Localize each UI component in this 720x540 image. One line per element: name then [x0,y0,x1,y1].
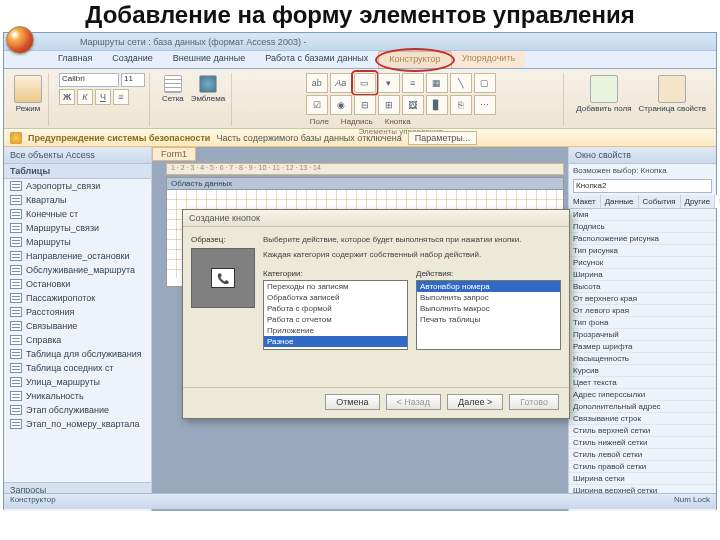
action-option[interactable]: Выполнить макрос [417,303,560,314]
font-size-combo[interactable]: 11 [121,73,145,87]
textbox-control-icon[interactable]: ab [306,73,328,93]
nav-table-item[interactable]: Кварталы [4,193,151,207]
property-row[interactable]: Тип фона [569,317,716,329]
wizard-next-button[interactable]: Далее > [447,394,503,410]
combo-control-icon[interactable]: ▾ [378,73,400,93]
tab-control-icon[interactable]: ⊞ [378,95,400,115]
property-row[interactable]: Связывание строк [569,413,716,425]
tab-design[interactable]: Конструктор [378,51,451,68]
security-options-button[interactable]: Параметры... [408,131,477,145]
wizard-finish-button[interactable]: Готово [509,394,559,410]
list-control-icon[interactable]: ≡ [402,73,424,93]
wizard-back-button[interactable]: < Назад [386,394,442,410]
property-object-selector[interactable]: Кнопка2 [573,179,712,193]
option-control-icon[interactable]: ◉ [330,95,352,115]
property-row[interactable]: Подпись [569,221,716,233]
nav-table-item[interactable]: Маршруты [4,235,151,249]
nav-header[interactable]: Все объекты Access [4,147,151,164]
prop-tab-format[interactable]: Макет [569,195,601,208]
rect-control-icon[interactable]: ▢ [474,73,496,93]
line-control-icon[interactable]: ╲ [450,73,472,93]
nav-table-item[interactable]: Этап обслуживание [4,403,151,417]
property-row[interactable]: Высота [569,281,716,293]
font-name-combo[interactable]: Calibri [59,73,119,87]
property-row[interactable]: Стиль верхней сетки [569,425,716,437]
logo-button[interactable]: Эмблема [189,73,227,105]
tab-home[interactable]: Главная [48,51,102,68]
tab-create[interactable]: Создание [102,51,163,68]
nav-group-tables[interactable]: Таблицы [4,164,151,179]
property-row[interactable]: Рисунок [569,257,716,269]
nav-table-item[interactable]: Маршруты_связи [4,221,151,235]
property-row[interactable]: Расположение рисунка [569,233,716,245]
italic-button[interactable]: К [77,89,93,105]
actions-listbox[interactable]: Автонабор номераВыполнить запросВыполнит… [416,280,561,350]
prop-tab-all[interactable]: Все [715,195,720,208]
image-control-icon[interactable]: 🖼 [402,95,424,115]
nav-table-item[interactable]: Обслуживание_маршрута [4,263,151,277]
action-option[interactable]: Автонабор номера [417,281,560,292]
category-option[interactable]: Работа с отчетом [264,314,407,325]
check-control-icon[interactable]: ☑ [306,95,328,115]
nav-table-item[interactable]: Справка [4,333,151,347]
chart-control-icon[interactable]: ▊ [426,95,448,115]
link-control-icon[interactable]: ⎘ [450,95,472,115]
tab-arrange[interactable]: Упорядочить [452,51,526,68]
nav-table-item[interactable]: Направление_остановки [4,249,151,263]
view-button[interactable]: Режим [12,73,44,115]
nav-table-item[interactable]: Уникальность [4,389,151,403]
property-row[interactable]: От левого края [569,305,716,317]
property-row[interactable]: Размер шрифта [569,341,716,353]
property-row[interactable]: Стиль левой сетки [569,449,716,461]
category-option[interactable]: Переходы по записям [264,281,407,292]
nav-table-item[interactable]: Этап_по_номеру_квартала [4,417,151,431]
bold-button[interactable]: Ж [59,89,75,105]
property-row[interactable]: Ширина сетки [569,473,716,485]
property-row[interactable]: Стиль правой сетки [569,461,716,473]
property-row[interactable]: Тип рисунка [569,245,716,257]
property-row[interactable]: Курсив [569,365,716,377]
property-row[interactable]: Цвет текста [569,377,716,389]
add-fields-button[interactable]: Добавить поля [574,73,633,115]
property-row[interactable]: Ширина [569,269,716,281]
more-controls-icon[interactable]: ⋯ [474,95,496,115]
property-row[interactable]: Прозрачный [569,329,716,341]
label-control-icon[interactable]: Aa [330,73,352,93]
tab-external[interactable]: Внешние данные [163,51,255,68]
toggle-control-icon[interactable]: ⊟ [354,95,376,115]
nav-table-item[interactable]: Улица_маршруты [4,375,151,389]
nav-table-item[interactable]: Связывание [4,319,151,333]
property-row[interactable]: Насыщенность [569,353,716,365]
prop-tab-other[interactable]: Другие [681,195,716,208]
property-row[interactable]: От верхнего края [569,293,716,305]
categories-listbox[interactable]: Переходы по записямОбработка записейРабо… [263,280,408,350]
property-row[interactable]: Дополнительный адрес [569,401,716,413]
property-sheet-button[interactable]: Страница свойств [637,73,708,115]
prop-tab-event[interactable]: События [639,195,681,208]
property-row[interactable]: Адрес гиперссылки [569,389,716,401]
subform-control-icon[interactable]: ▦ [426,73,448,93]
category-option[interactable]: Приложение [264,325,407,336]
nav-table-item[interactable]: Расстояния [4,305,151,319]
action-option[interactable]: Печать таблицы [417,314,560,325]
align-left-button[interactable]: ≡ [113,89,129,105]
tab-dbtools[interactable]: Работа с базами данных [255,51,378,68]
nav-table-item[interactable]: Конечные ст [4,207,151,221]
detail-section-header[interactable]: Область данных [167,178,563,190]
category-option[interactable]: Обработка записей [264,292,407,303]
form-document-tab[interactable]: Form1 [152,147,196,161]
underline-button[interactable]: Ч [95,89,111,105]
nav-table-item[interactable]: Таблица соседних ст [4,361,151,375]
category-option[interactable]: Работа с формой [264,303,407,314]
office-button[interactable] [6,26,34,54]
gridlines-button[interactable]: Сетка [160,73,186,105]
action-option[interactable]: Выполнить запрос [417,292,560,303]
category-option[interactable]: Разное [264,336,407,347]
button-control-icon[interactable]: ▭ [354,73,376,93]
nav-table-item[interactable]: Остановки [4,277,151,291]
nav-table-item[interactable]: Таблица для обслуживания [4,347,151,361]
nav-table-item[interactable]: Пассажиропоток [4,291,151,305]
wizard-cancel-button[interactable]: Отмена [325,394,379,410]
property-row[interactable]: Имя [569,209,716,221]
property-row[interactable]: Стиль нижней сетки [569,437,716,449]
